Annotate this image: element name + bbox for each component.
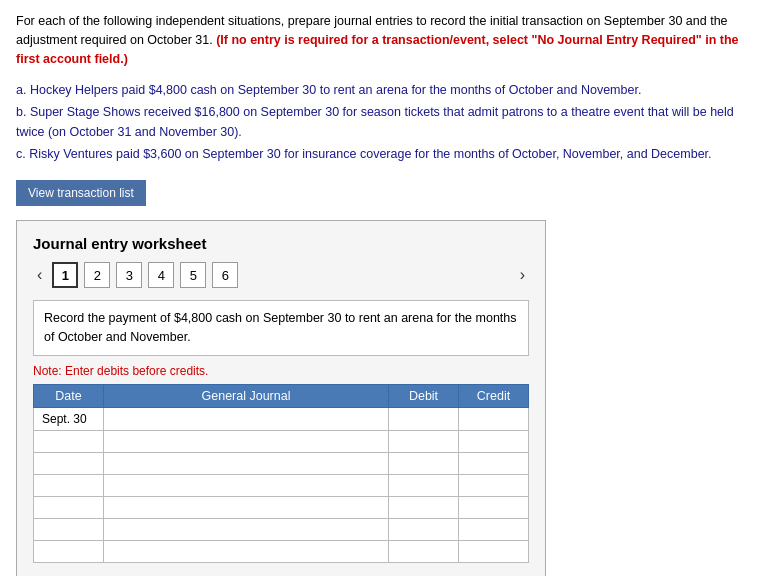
- debit-cell-1[interactable]: [389, 408, 459, 431]
- view-transaction-button[interactable]: View transaction list: [16, 180, 146, 206]
- date-input-7[interactable]: [34, 541, 103, 562]
- debit-cell-6[interactable]: [389, 519, 459, 541]
- scenario-c: c. Risky Ventures paid $3,600 on Septemb…: [16, 144, 744, 164]
- scenario-a: a. Hockey Helpers paid $4,800 cash on Se…: [16, 80, 744, 100]
- page-btn-1[interactable]: 1: [52, 262, 78, 288]
- page-btn-3[interactable]: 3: [116, 262, 142, 288]
- description-text: Record the payment of $4,800 cash on Sep…: [44, 311, 517, 344]
- debit-cell-5[interactable]: [389, 497, 459, 519]
- general-journal-cell-4[interactable]: [104, 475, 389, 497]
- col-header-date: Date: [34, 385, 104, 408]
- date-input-5[interactable]: [34, 497, 103, 518]
- date-input-6[interactable]: [34, 519, 103, 540]
- general-journal-input-4[interactable]: [104, 475, 388, 496]
- credit-cell-7[interactable]: [459, 541, 529, 563]
- date-cell-3[interactable]: [34, 453, 104, 475]
- date-input-3[interactable]: [34, 453, 103, 474]
- credit-cell-2[interactable]: [459, 431, 529, 453]
- note-text: Note: Enter debits before credits.: [33, 364, 529, 378]
- date-input-4[interactable]: [34, 475, 103, 496]
- credit-input-3[interactable]: [459, 453, 528, 474]
- date-input-2[interactable]: [34, 431, 103, 452]
- intro-paragraph: For each of the following independent si…: [16, 12, 744, 68]
- table-row: [34, 475, 529, 497]
- debit-input-5[interactable]: [389, 497, 458, 518]
- debit-cell-7[interactable]: [389, 541, 459, 563]
- table-row: [34, 497, 529, 519]
- date-cell-7[interactable]: [34, 541, 104, 563]
- general-journal-cell-1[interactable]: [104, 408, 389, 431]
- date-cell-6[interactable]: [34, 519, 104, 541]
- next-page-button[interactable]: ›: [516, 266, 529, 284]
- credit-cell-3[interactable]: [459, 453, 529, 475]
- general-journal-input-1[interactable]: [104, 408, 388, 430]
- col-header-debit: Debit: [389, 385, 459, 408]
- debit-cell-4[interactable]: [389, 475, 459, 497]
- credit-input-5[interactable]: [459, 497, 528, 518]
- general-journal-input-3[interactable]: [104, 453, 388, 474]
- page-navigation: ‹ 1 2 3 4 5 6 ›: [33, 262, 529, 288]
- general-journal-input-6[interactable]: [104, 519, 388, 540]
- description-box: Record the payment of $4,800 cash on Sep…: [33, 300, 529, 356]
- debit-input-1[interactable]: [389, 408, 458, 430]
- page-btn-6[interactable]: 6: [212, 262, 238, 288]
- journal-entry-worksheet: Journal entry worksheet ‹ 1 2 3 4 5 6 › …: [16, 220, 546, 576]
- page-btn-2[interactable]: 2: [84, 262, 110, 288]
- credit-input-2[interactable]: [459, 431, 528, 452]
- debit-input-2[interactable]: [389, 431, 458, 452]
- credit-input-1[interactable]: [459, 408, 528, 430]
- general-journal-input-7[interactable]: [104, 541, 388, 562]
- scenario-b: b. Super Stage Shows received $16,800 on…: [16, 102, 744, 142]
- general-journal-cell-2[interactable]: [104, 431, 389, 453]
- table-row: Sept. 30: [34, 408, 529, 431]
- general-journal-input-2[interactable]: [104, 431, 388, 452]
- general-journal-cell-7[interactable]: [104, 541, 389, 563]
- prev-page-button[interactable]: ‹: [33, 266, 46, 284]
- page-btn-5[interactable]: 5: [180, 262, 206, 288]
- credit-cell-4[interactable]: [459, 475, 529, 497]
- journal-table: Date General Journal Debit Credit Sept. …: [33, 384, 529, 563]
- debit-input-4[interactable]: [389, 475, 458, 496]
- debit-cell-3[interactable]: [389, 453, 459, 475]
- general-journal-cell-5[interactable]: [104, 497, 389, 519]
- credit-cell-1[interactable]: [459, 408, 529, 431]
- general-journal-cell-6[interactable]: [104, 519, 389, 541]
- general-journal-cell-3[interactable]: [104, 453, 389, 475]
- table-row: [34, 431, 529, 453]
- date-cell-5[interactable]: [34, 497, 104, 519]
- debit-input-7[interactable]: [389, 541, 458, 562]
- col-header-general: General Journal: [104, 385, 389, 408]
- debit-input-6[interactable]: [389, 519, 458, 540]
- debit-input-3[interactable]: [389, 453, 458, 474]
- credit-input-7[interactable]: [459, 541, 528, 562]
- credit-input-4[interactable]: [459, 475, 528, 496]
- worksheet-title: Journal entry worksheet: [33, 235, 529, 252]
- general-journal-input-5[interactable]: [104, 497, 388, 518]
- scenarios-section: a. Hockey Helpers paid $4,800 cash on Se…: [16, 80, 744, 164]
- table-row: [34, 453, 529, 475]
- date-cell-2[interactable]: [34, 431, 104, 453]
- credit-cell-5[interactable]: [459, 497, 529, 519]
- page-btn-4[interactable]: 4: [148, 262, 174, 288]
- table-row: [34, 541, 529, 563]
- credit-cell-6[interactable]: [459, 519, 529, 541]
- col-header-credit: Credit: [459, 385, 529, 408]
- credit-input-6[interactable]: [459, 519, 528, 540]
- date-cell-1: Sept. 30: [34, 408, 104, 431]
- debit-cell-2[interactable]: [389, 431, 459, 453]
- date-cell-4[interactable]: [34, 475, 104, 497]
- table-row: [34, 519, 529, 541]
